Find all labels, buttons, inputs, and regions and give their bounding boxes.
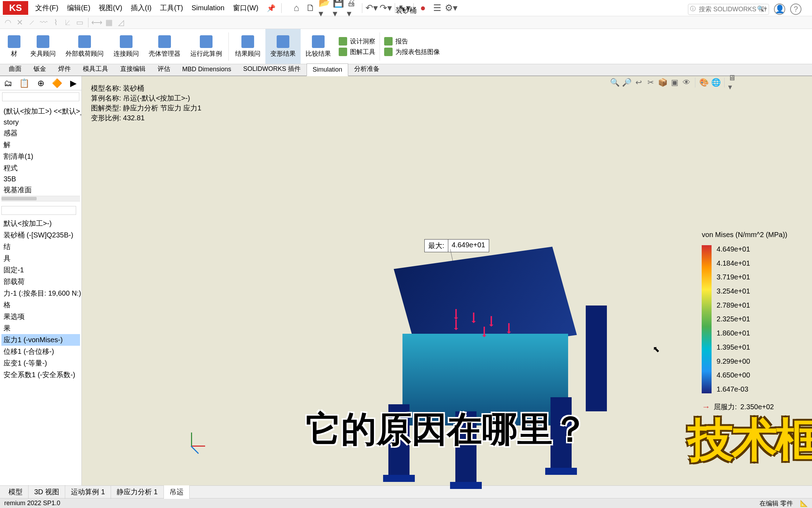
- tree-force[interactable]: 力-1 (:按条目: 19,600 N:): [1, 288, 80, 299]
- user-icon[interactable]: 👤: [774, 4, 785, 15]
- tab-weldment[interactable]: 焊件: [52, 62, 77, 75]
- menu-simulation[interactable]: Simulation: [187, 4, 228, 12]
- tree-item[interactable]: 视基准面: [1, 184, 80, 196]
- tab-surface[interactable]: 曲面: [3, 62, 27, 75]
- sidetab-display-icon[interactable]: 🔶: [49, 76, 65, 90]
- tab-addins[interactable]: SOLIDWORKS 插件: [237, 62, 307, 75]
- edit-appearance-icon[interactable]: 🎨: [699, 78, 709, 87]
- tree-strain-plot[interactable]: 应变1 (-等量-): [1, 357, 80, 369]
- tree-item[interactable]: 果选项: [1, 311, 80, 322]
- ribbon-include-image[interactable]: 为报表包括图像: [384, 48, 440, 56]
- tree-item[interactable]: 割清单(1): [1, 151, 80, 162]
- sketch-angle-icon[interactable]: ⟀: [63, 18, 73, 28]
- tab-simulation[interactable]: Simulation: [307, 64, 348, 76]
- tree-displacement-plot[interactable]: 位移1 (-合位移-): [1, 346, 80, 357]
- sketch-line-icon[interactable]: ⟋: [27, 18, 37, 28]
- sketch-dim-icon[interactable]: ⟷: [92, 18, 102, 28]
- sketch-grid-icon[interactable]: ▦: [104, 18, 114, 28]
- btab-lifting[interactable]: 吊运: [164, 485, 190, 499]
- save-icon[interactable]: 💾▾: [332, 2, 345, 14]
- menu-pin-icon[interactable]: 📌: [263, 4, 280, 12]
- menu-insert[interactable]: 插入(I): [127, 3, 156, 13]
- sketch-curve-icon[interactable]: ⌇: [51, 18, 61, 28]
- view-orient-icon[interactable]: 📦: [658, 78, 668, 87]
- ribbon-plot-tools[interactable]: 图解工具: [339, 48, 375, 56]
- tab-mold[interactable]: 模具工具: [77, 62, 114, 75]
- menu-view[interactable]: 视图(V): [94, 3, 127, 13]
- orientation-triad[interactable]: [191, 425, 212, 447]
- tree-study-config[interactable]: 默认<按加工>-): [1, 218, 80, 229]
- tree-item[interactable]: 程式: [1, 162, 80, 174]
- tree-item[interactable]: 结: [1, 241, 80, 253]
- traffic-icon[interactable]: ●: [417, 2, 429, 14]
- ribbon-deform[interactable]: 变形结果: [265, 29, 301, 64]
- menu-edit[interactable]: 编辑(E): [63, 3, 95, 13]
- max-value-callout[interactable]: 最大: 4.649e+01: [424, 239, 489, 252]
- tree-stress-plot[interactable]: 应力1 (-vonMises-): [1, 334, 80, 346]
- tab-evaluate[interactable]: 评估: [152, 62, 176, 75]
- sidetab-property-icon[interactable]: 📋: [16, 76, 32, 90]
- menu-file[interactable]: 文件(F): [31, 3, 63, 13]
- btab-3dview[interactable]: 3D 视图: [29, 485, 65, 499]
- tab-sheetmetal[interactable]: 钣金: [27, 62, 52, 75]
- hide-show-icon[interactable]: 👁: [682, 78, 691, 87]
- menu-window[interactable]: 窗口(W): [229, 3, 263, 13]
- graphics-viewport[interactable]: 🔍 🔎 ↩ ✂ 📦 ▣ 👁 🎨 🌐 🖥▾ 模型名称: 装砂桶 算例名称: 吊运(…: [82, 76, 812, 485]
- apply-scene-icon[interactable]: 🌐: [711, 78, 721, 87]
- tree-fixture[interactable]: 固定-1: [1, 264, 80, 276]
- sidetab-config-icon[interactable]: ⊕: [32, 76, 49, 90]
- options-icon[interactable]: ☰: [431, 2, 443, 14]
- tree-fos-plot[interactable]: 安全系数1 (-安全系数-): [1, 369, 80, 381]
- tree-item[interactable]: 格: [1, 299, 80, 311]
- ribbon-shell[interactable]: 壳体管理器: [144, 29, 185, 64]
- ribbon-material[interactable]: 材: [3, 29, 25, 64]
- menu-tools[interactable]: 工具(T): [156, 3, 187, 13]
- tab-analysis-prep[interactable]: 分析准备: [348, 62, 386, 75]
- color-legend[interactable]: von Mises (N/mm^2 (MPa)) 4.649e+01 4.184…: [702, 231, 787, 412]
- sketch-spline-icon[interactable]: 〰: [39, 18, 49, 28]
- sketch-rect-icon[interactable]: ▭: [75, 18, 85, 28]
- ribbon-results[interactable]: 结果顾问: [230, 29, 265, 64]
- ribbon-compare[interactable]: 比较结果: [301, 29, 336, 64]
- tree-item[interactable]: 感器: [1, 127, 80, 139]
- tab-mbd[interactable]: MBD Dimensions: [176, 63, 237, 75]
- sketch-eraser-icon[interactable]: ◿: [116, 18, 126, 28]
- sidetab-expand-icon[interactable]: ▶: [65, 76, 81, 90]
- tree-item[interactable]: 解: [1, 139, 80, 151]
- sketch-arc-icon[interactable]: ◠: [3, 18, 13, 28]
- tree-config[interactable]: (默认<按加工>) <<默认>_显示: [1, 105, 80, 117]
- tree-item[interactable]: 具: [1, 253, 80, 264]
- search-magnify-icon[interactable]: 🔍▾: [757, 5, 767, 12]
- tree-scrollbar[interactable]: [1, 196, 80, 201]
- tree-results-folder[interactable]: 果: [1, 322, 80, 334]
- display-style-icon[interactable]: ▣: [670, 78, 679, 87]
- open-icon[interactable]: 📂▾: [318, 2, 331, 14]
- settings-icon[interactable]: ⚙▾: [445, 2, 457, 14]
- fea-model[interactable]: [374, 256, 600, 496]
- ribbon-connections[interactable]: 连接顾问: [109, 29, 144, 64]
- tree-item[interactable]: 35B: [1, 174, 80, 184]
- tree-part[interactable]: 装砂桶 (-[SW]Q235B-): [1, 229, 80, 241]
- home-icon[interactable]: ⌂: [290, 2, 303, 14]
- section-icon[interactable]: ✂: [646, 78, 656, 87]
- tree-filter-input[interactable]: [2, 92, 79, 101]
- undo-icon[interactable]: ↶▾: [365, 2, 378, 14]
- zoom-fit-icon[interactable]: 🔍: [610, 78, 620, 87]
- redo-icon[interactable]: ↷▾: [379, 2, 392, 14]
- ribbon-loads[interactable]: 外部载荷顾问: [61, 29, 109, 64]
- view-settings-icon[interactable]: 🖥▾: [728, 78, 738, 87]
- ribbon-fixtures[interactable]: 夹具顾问: [25, 29, 61, 64]
- ribbon-insight[interactable]: 设计洞察: [339, 37, 375, 46]
- btab-model[interactable]: 模型: [3, 485, 29, 499]
- tab-directedit[interactable]: 直接编辑: [114, 62, 152, 75]
- prev-view-icon[interactable]: ↩: [634, 78, 644, 87]
- new-icon[interactable]: 🗋: [304, 2, 317, 14]
- btab-static[interactable]: 静应力分析 1: [111, 485, 164, 499]
- status-icon[interactable]: 📐: [800, 500, 808, 507]
- print-icon[interactable]: 🖨▾: [346, 2, 359, 14]
- study-filter-input[interactable]: [1, 206, 76, 215]
- ribbon-run[interactable]: 运行此算例: [185, 29, 227, 64]
- ribbon-report[interactable]: 报告: [384, 37, 440, 46]
- sketch-x-icon[interactable]: ✕: [15, 18, 25, 28]
- tree-loads[interactable]: 部载荷: [1, 276, 80, 288]
